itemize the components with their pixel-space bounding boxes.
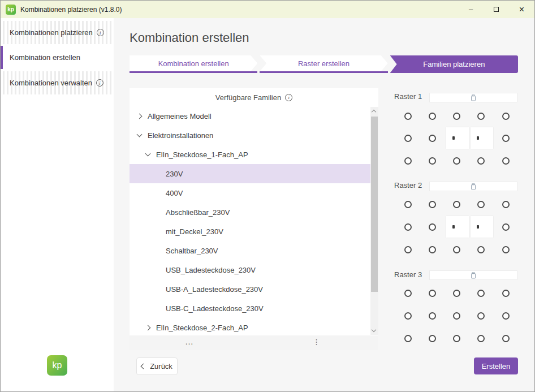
grid-position-radio[interactable] — [429, 246, 436, 253]
grid-position-radio[interactable] — [502, 223, 510, 231]
grid-position-radio[interactable] — [404, 290, 412, 297]
grid-position-radio[interactable] — [429, 290, 436, 297]
grid-position-radio[interactable] — [477, 157, 485, 165]
info-icon: i — [96, 79, 103, 87]
tree-item[interactable]: USB-C_Ladesteckdose_230V — [130, 299, 370, 318]
scroll-down-icon[interactable] — [372, 328, 376, 332]
window-title: Kombinationen platzieren (v1.8.0) — [20, 6, 122, 14]
raster-3-name-input[interactable] — [429, 270, 517, 280]
grid-position-radio[interactable] — [429, 201, 436, 208]
close-button[interactable]: × — [509, 1, 534, 18]
grid-position-radio[interactable] — [404, 335, 412, 342]
grid-position-radio[interactable] — [477, 312, 485, 320]
step-familien-platzieren[interactable]: Familien platzieren — [390, 55, 518, 73]
tree-item[interactable]: Allgemeines Modell — [130, 106, 370, 126]
chevron-down-icon[interactable] — [137, 131, 143, 137]
grid-position-radio[interactable] — [502, 312, 510, 320]
scrollbar-thumb[interactable] — [371, 117, 378, 292]
tree-item[interactable]: Abschließbar_230V — [130, 203, 370, 222]
tree-item[interactable]: 400V — [130, 183, 370, 203]
grid-position-radio[interactable] — [404, 312, 412, 320]
grid-position-radio[interactable] — [477, 335, 485, 342]
families-panel-footer: … ⋮ — [130, 335, 378, 350]
placed-family-tile[interactable] — [446, 127, 469, 149]
create-button-label: Erstellen — [482, 362, 511, 371]
tree-item[interactable]: Elektroinstallationen — [130, 126, 370, 145]
tree-item-label: USB-C_Ladesteckdose_230V — [166, 304, 264, 313]
grid-position-radio[interactable] — [502, 335, 510, 342]
sidebar-item-kombination-erstellen[interactable]: Kombination erstellen — [1, 46, 114, 69]
grid-position-radio[interactable] — [404, 135, 412, 142]
trash-icon[interactable] — [471, 272, 476, 279]
placed-family-tile[interactable] — [446, 216, 469, 238]
raster-1-name-input[interactable] — [429, 93, 517, 102]
scrollbar[interactable] — [370, 107, 378, 335]
tree-item-label: 230V — [166, 170, 183, 178]
grid-position-radio[interactable] — [429, 223, 436, 231]
grid-position-radio[interactable] — [502, 246, 510, 253]
grid-position-radio[interactable] — [477, 290, 485, 297]
sidebar-item-kombinationen-platzieren[interactable]: Kombinationen platzieren i — [1, 21, 114, 44]
family-thumbnail-icon — [477, 136, 479, 140]
tree-item[interactable]: mit_Deckel_230V — [130, 222, 370, 241]
grid-position-radio[interactable] — [453, 246, 460, 253]
back-button[interactable]: Zurück — [136, 357, 178, 375]
grid-position-radio[interactable] — [429, 335, 436, 342]
grid-position-radio[interactable] — [453, 312, 460, 320]
raster-1-label: Raster 1 — [394, 92, 422, 101]
step-kombination-erstellen[interactable]: Kombination erstellen — [130, 55, 257, 73]
grid-position-radio[interactable] — [404, 157, 412, 165]
tree-item-label: 400V — [166, 189, 183, 197]
grid-position-radio[interactable] — [404, 246, 412, 253]
grid-position-radio[interactable] — [477, 246, 485, 253]
grid-position-radio[interactable] — [429, 312, 436, 320]
raster-2-name-input[interactable] — [429, 182, 517, 191]
grid-position-radio[interactable] — [453, 157, 460, 165]
chevron-right-icon[interactable] — [145, 325, 151, 330]
tree-item-label: Schaltbar_230V — [166, 247, 218, 255]
maximize-icon — [494, 7, 499, 12]
grid-position-radio[interactable] — [404, 113, 412, 120]
placed-family-tile[interactable] — [471, 127, 493, 149]
minimize-button[interactable]: – — [458, 1, 484, 18]
overflow-menu-icon[interactable]: ⋮ — [313, 338, 320, 346]
tree-item-label: Allgemeines Modell — [148, 112, 212, 120]
grid-position-radio[interactable] — [502, 157, 510, 165]
more-button[interactable]: … — [185, 335, 193, 348]
grid-position-radio[interactable] — [502, 290, 510, 297]
grid-position-radio[interactable] — [502, 113, 510, 120]
chevron-right-icon[interactable] — [137, 113, 143, 119]
grid-position-radio[interactable] — [477, 201, 485, 208]
tree-item[interactable]: Schaltbar_230V — [130, 241, 370, 260]
grid-position-radio[interactable] — [404, 223, 412, 231]
grid-position-radio[interactable] — [502, 201, 510, 208]
placed-family-tile[interactable] — [471, 216, 493, 238]
tree-item-label: ElIn_Steckdose_1-Fach_AP — [156, 150, 248, 159]
grid-position-radio[interactable] — [477, 113, 485, 120]
grid-position-radio[interactable] — [429, 157, 436, 165]
chevron-down-icon[interactable] — [145, 150, 151, 156]
grid-position-radio[interactable] — [429, 113, 436, 120]
tree-item[interactable]: USB-A_Ladesteckdose_230V — [130, 279, 370, 299]
grid-position-radio[interactable] — [453, 335, 460, 342]
tree-item[interactable]: USB_Ladesteckdose_230V — [130, 260, 370, 279]
grid-position-radio[interactable] — [453, 201, 460, 208]
grid-position-radio[interactable] — [453, 113, 460, 120]
grid-position-radio[interactable] — [404, 201, 412, 208]
step-raster-erstellen[interactable]: Raster erstellen — [260, 55, 387, 73]
sidebar-item-kombinationen-verwalten[interactable]: Kombinationen verwalten i — [1, 71, 114, 94]
window-controls: – × — [458, 1, 534, 18]
grid-position-radio[interactable] — [453, 290, 460, 297]
families-tree: Allgemeines ModellElektroinstallationenE… — [130, 106, 370, 335]
maximize-button[interactable] — [484, 1, 509, 18]
scroll-up-icon[interactable] — [372, 110, 376, 114]
families-panel-title: Verfügbare Familien — [215, 93, 281, 102]
tree-item[interactable]: 230V — [130, 164, 370, 183]
grid-position-radio[interactable] — [429, 135, 436, 142]
trash-icon[interactable] — [471, 94, 476, 101]
trash-icon[interactable] — [471, 183, 476, 190]
grid-position-radio[interactable] — [502, 135, 510, 142]
tree-item[interactable]: ElIn_Steckdose_1-Fach_AP — [130, 145, 370, 164]
tree-item[interactable]: ElIn_Steckdose_2-Fach_AP — [130, 318, 370, 335]
create-button[interactable]: Erstellen — [474, 357, 518, 374]
